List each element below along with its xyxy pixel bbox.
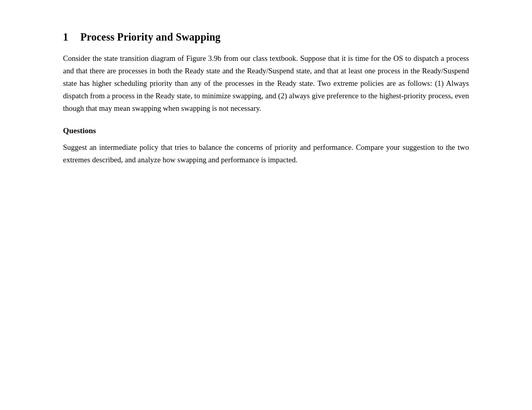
section-heading-text: Process Priority and Swapping — [80, 31, 220, 43]
section-title: 1 Process Priority and Swapping — [63, 31, 469, 43]
questions-paragraph: Suggest an intermediate policy that trie… — [63, 142, 469, 166]
section-number: 1 — [63, 31, 68, 43]
body-paragraph: Consider the state transition diagram of… — [63, 53, 469, 115]
page-container: 1 Process Priority and Swapping Consider… — [63, 0, 469, 410]
subsection-title: Questions — [63, 126, 469, 135]
